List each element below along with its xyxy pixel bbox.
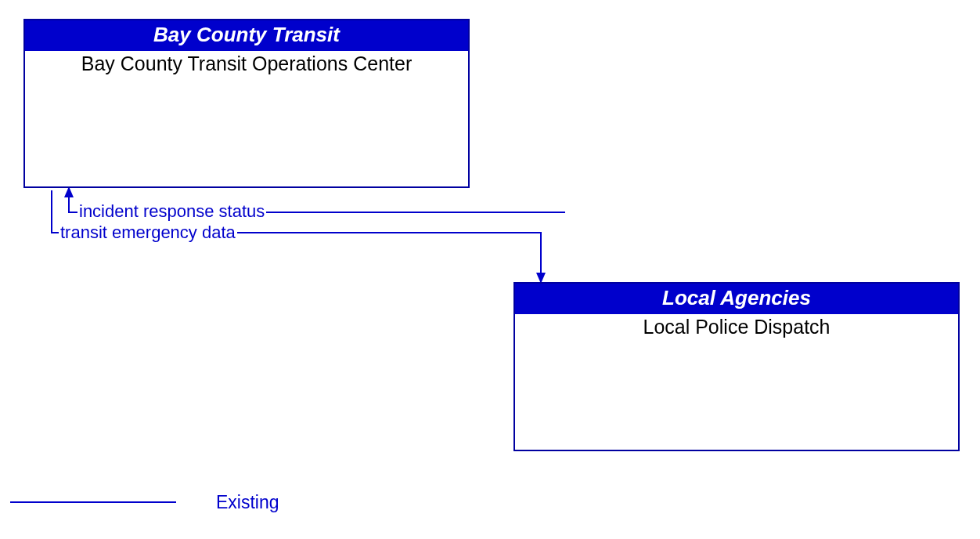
- flow-label-transit-emergency-data: transit emergency data: [59, 222, 237, 243]
- entity-header-bay-county-transit: Bay County Transit: [25, 20, 468, 51]
- legend-label-existing: Existing: [216, 492, 279, 513]
- entity-header-local-agencies: Local Agencies: [515, 284, 958, 314]
- entity-body-bay-county-transit-ops-center: Bay County Transit Operations Center: [25, 51, 468, 77]
- diagram-canvas: Bay County Transit Bay County Transit Op…: [0, 0, 980, 539]
- arrowhead-incident-response-status: [64, 186, 74, 197]
- entity-body-local-police-dispatch: Local Police Dispatch: [515, 314, 958, 340]
- flow-label-incident-response-status: incident response status: [77, 201, 266, 222]
- entity-local-police-dispatch: Local Agencies Local Police Dispatch: [513, 282, 960, 451]
- entity-bay-county-transit-ops-center: Bay County Transit Bay County Transit Op…: [23, 19, 470, 188]
